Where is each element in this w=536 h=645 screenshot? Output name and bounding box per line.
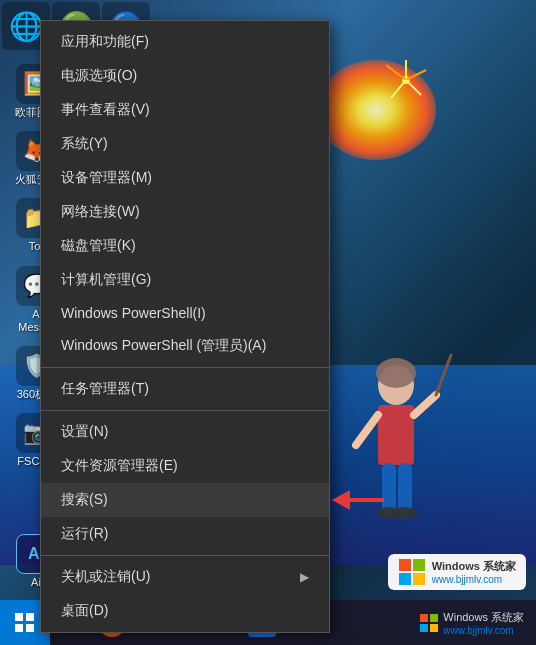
separator-1 xyxy=(41,367,329,368)
svg-rect-6 xyxy=(382,463,396,513)
start-icon-sq-tr xyxy=(26,613,34,621)
menu-network[interactable]: 网络连接(W) xyxy=(41,195,329,229)
menu-powershell-admin[interactable]: Windows PowerShell (管理员)(A) xyxy=(41,329,329,363)
svg-line-5 xyxy=(436,355,451,395)
start-icon-sq-bl xyxy=(15,624,23,632)
windows-logo-icon xyxy=(398,558,426,586)
svg-point-1 xyxy=(376,358,416,388)
menu-powershell[interactable]: Windows PowerShell(I) xyxy=(41,297,329,329)
menu-settings[interactable]: 设置(N) xyxy=(41,415,329,449)
menu-file-explorer[interactable]: 文件资源管理器(E) xyxy=(41,449,329,483)
website-badge: Windows 系统家 www.bjjmlv.com xyxy=(388,554,526,590)
svg-rect-20 xyxy=(420,614,428,622)
taskbar-windows-icon xyxy=(419,613,439,633)
menu-disk-management[interactable]: 磁盘管理(K) xyxy=(41,229,329,263)
svg-line-12 xyxy=(406,70,426,80)
svg-rect-17 xyxy=(413,559,425,571)
menu-device-manager[interactable]: 设备管理器(M) xyxy=(41,161,329,195)
svg-rect-21 xyxy=(430,614,438,622)
taskbar-website-label: Windows 系统家 www.bjjmlv.com xyxy=(443,610,524,636)
menu-power-options[interactable]: 电源选项(O) xyxy=(41,59,329,93)
desktop: 🌐 🟢 🔵 🖼️ 欧菲图... 🦊 火狐安... 📁 To\ 💬 AMess..… xyxy=(0,0,536,645)
start-icon-sq-tl xyxy=(15,613,23,621)
svg-line-4 xyxy=(414,395,436,415)
red-arrow-indicator xyxy=(332,490,384,510)
start-icon-sq-br xyxy=(26,624,34,632)
menu-task-manager[interactable]: 任务管理器(T) xyxy=(41,372,329,406)
menu-run[interactable]: 运行(R) xyxy=(41,517,329,551)
svg-line-3 xyxy=(356,415,378,445)
svg-line-13 xyxy=(386,65,406,80)
svg-line-14 xyxy=(406,80,421,95)
taskbar-right-website[interactable]: Windows 系统家 www.bjjmlv.com xyxy=(415,608,528,638)
separator-2 xyxy=(41,410,329,411)
svg-rect-18 xyxy=(399,573,411,585)
svg-rect-23 xyxy=(430,624,438,632)
svg-rect-7 xyxy=(398,463,412,513)
menu-search[interactable]: 搜索(S) xyxy=(41,483,329,517)
submenu-arrow: ▶ xyxy=(300,570,309,584)
svg-rect-16 xyxy=(399,559,411,571)
menu-event-viewer[interactable]: 事件查看器(V) xyxy=(41,93,329,127)
taskbar-right-area: Windows 系统家 www.bjjmlv.com xyxy=(415,608,536,638)
menu-system[interactable]: 系统(Y) xyxy=(41,127,329,161)
menu-shutdown[interactable]: 关机或注销(U) ▶ xyxy=(41,560,329,594)
sparkle-effect xyxy=(366,50,446,130)
svg-line-15 xyxy=(391,80,406,98)
context-menu: 应用和功能(F) 电源选项(O) 事件查看器(V) 系统(Y) 设备管理器(M)… xyxy=(40,20,330,633)
windows-start-icon xyxy=(15,613,35,633)
menu-computer-management[interactable]: 计算机管理(G) xyxy=(41,263,329,297)
menu-desktop[interactable]: 桌面(D) xyxy=(41,594,329,628)
svg-rect-22 xyxy=(420,624,428,632)
menu-apps-features[interactable]: 应用和功能(F) xyxy=(41,25,329,59)
svg-rect-2 xyxy=(378,405,414,465)
website-info: Windows 系统家 www.bjjmlv.com xyxy=(432,559,516,584)
separator-3 xyxy=(41,555,329,556)
svg-point-9 xyxy=(393,507,417,519)
svg-rect-19 xyxy=(413,573,425,585)
